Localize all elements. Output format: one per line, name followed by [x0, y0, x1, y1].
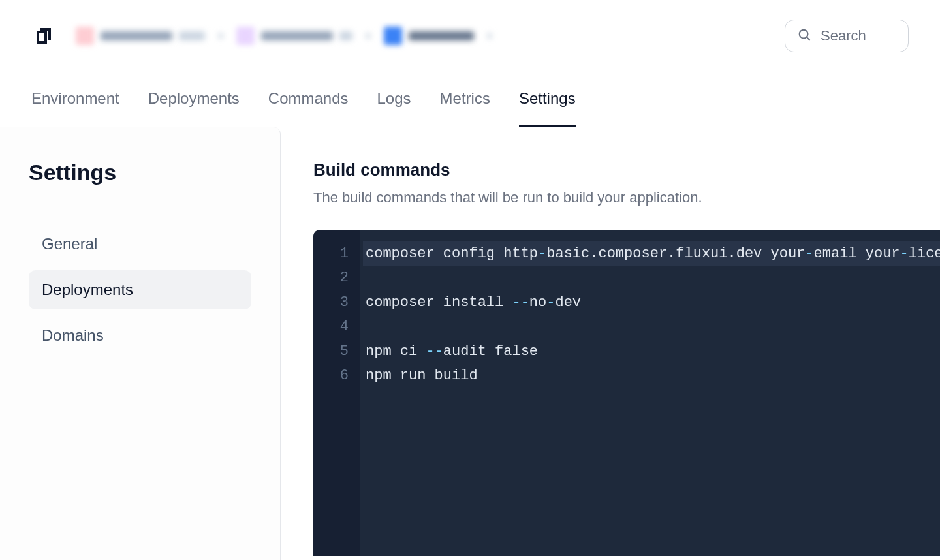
settings-sidebar: Settings General Deployments Domains: [0, 127, 281, 560]
editor-code[interactable]: composer config http-basic.composer.flux…: [360, 230, 940, 556]
main-tabs: Environment Deployments Commands Logs Me…: [0, 72, 940, 127]
svg-line-1: [807, 37, 809, 40]
tab-logs[interactable]: Logs: [377, 72, 411, 127]
settings-nav: General Deployments Domains: [29, 225, 251, 355]
body: Settings General Deployments Domains Bui…: [0, 127, 940, 560]
tab-deployments[interactable]: Deployments: [148, 72, 240, 127]
tab-environment[interactable]: Environment: [31, 72, 119, 127]
search-icon: [797, 27, 811, 44]
topbar: [0, 0, 940, 72]
app-logo[interactable]: [31, 23, 57, 49]
tab-commands[interactable]: Commands: [268, 72, 349, 127]
section-title: Build commands: [313, 160, 940, 180]
sidebar-item-domains[interactable]: Domains: [29, 316, 251, 355]
tab-metrics[interactable]: Metrics: [440, 72, 490, 127]
editor-gutter: 123456: [313, 230, 360, 556]
sidebar-item-deployments[interactable]: Deployments: [29, 270, 251, 309]
breadcrumb: [76, 27, 766, 45]
main-content: Build commands The build commands that w…: [281, 127, 940, 560]
tab-settings[interactable]: Settings: [519, 72, 576, 127]
search-box[interactable]: [785, 20, 909, 52]
section-description: The build commands that will be run to b…: [313, 189, 940, 206]
sidebar-item-general[interactable]: General: [29, 225, 251, 264]
search-input[interactable]: [821, 27, 896, 44]
build-commands-editor[interactable]: 123456 composer config http-basic.compos…: [313, 230, 940, 556]
sidebar-title: Settings: [29, 160, 251, 185]
